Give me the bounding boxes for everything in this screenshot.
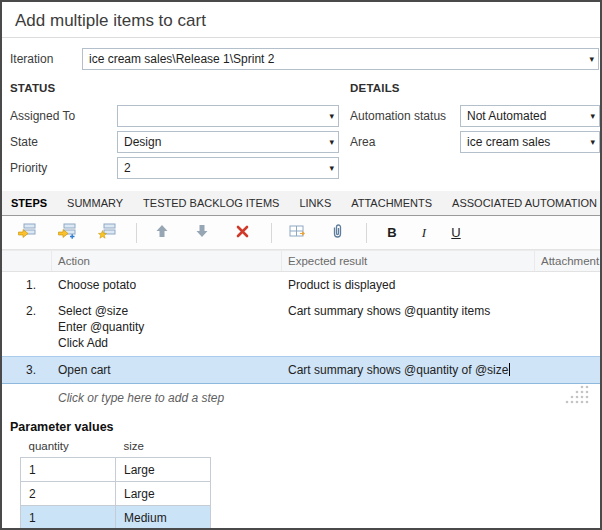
automation-status-row: Automation status Not Automated ▾ xyxy=(350,105,600,127)
attachment-column-header: Attachment xyxy=(535,251,600,271)
toolbar-separator xyxy=(136,223,137,243)
status-heading: STATUS xyxy=(10,82,340,96)
automation-status-combobox[interactable]: Not Automated ▾ xyxy=(460,105,600,127)
tab-links[interactable]: LINKS xyxy=(289,191,341,215)
steps-grid-header: Action Expected result Attachment xyxy=(2,250,600,272)
step-number[interactable]: 2. xyxy=(2,303,52,351)
move-down-icon xyxy=(195,224,209,242)
page-title: Add multiple items to cart xyxy=(2,2,600,38)
details-section: DETAILS Automation status Not Automated … xyxy=(350,80,600,183)
priority-label: Priority xyxy=(10,161,117,175)
step-attachment[interactable] xyxy=(535,362,600,378)
param-cell-quantity[interactable]: 1 xyxy=(21,506,116,530)
tab-tested-backlog-items[interactable]: TESTED BACKLOG ITEMS xyxy=(133,191,289,215)
param-cell-quantity[interactable]: 2 xyxy=(21,482,116,506)
text-caret xyxy=(509,363,510,376)
state-value: Design xyxy=(124,135,161,149)
details-heading: DETAILS xyxy=(350,82,600,96)
underline-button[interactable]: U xyxy=(443,221,469,245)
step-row[interactable]: 2. Select @size Enter @quantity Click Ad… xyxy=(2,298,600,356)
step-number[interactable]: 3. xyxy=(2,362,52,378)
area-combobox[interactable]: ice cream sales ▾ xyxy=(460,131,600,153)
parameter-header-row: quantity size xyxy=(21,438,211,458)
param-cell-size[interactable]: Large xyxy=(116,458,211,482)
assigned-to-combobox[interactable]: ▾ xyxy=(117,105,339,127)
area-value: ice cream sales xyxy=(467,135,550,149)
move-step-down-button[interactable] xyxy=(189,221,215,245)
italic-button[interactable]: I xyxy=(411,221,437,245)
add-step-hint[interactable]: Click or type here to add a step xyxy=(2,384,600,412)
parameter-values-heading: Parameter values xyxy=(10,420,600,434)
bold-button[interactable]: B xyxy=(379,221,405,245)
chevron-down-icon: ▾ xyxy=(329,112,334,121)
chevron-down-icon: ▾ xyxy=(589,55,594,64)
state-combobox[interactable]: Design ▾ xyxy=(117,131,339,153)
tab-associated-automation[interactable]: ASSOCIATED AUTOMATION xyxy=(442,191,602,215)
chevron-down-icon: ▾ xyxy=(329,138,334,147)
tab-attachments[interactable]: ATTACHMENTS xyxy=(341,191,442,215)
param-cell-quantity[interactable]: 1 xyxy=(21,458,116,482)
step-row[interactable]: 1. Choose potato Product is displayed xyxy=(2,272,600,298)
param-column-quantity: quantity xyxy=(21,438,116,458)
priority-combobox[interactable]: 2 ▾ xyxy=(117,157,339,179)
state-label: State xyxy=(10,135,117,149)
grid-resize-grip-icon[interactable] xyxy=(560,384,590,406)
parameter-values-section: Parameter values quantity size 1 Large 2… xyxy=(10,420,600,530)
insert-step-with-result-button[interactable] xyxy=(54,221,80,245)
insert-shared-steps-button[interactable] xyxy=(94,221,120,245)
parameter-row[interactable]: 2 Large xyxy=(21,482,211,506)
move-step-up-button[interactable] xyxy=(149,221,175,245)
add-attachment-button[interactable] xyxy=(324,221,350,245)
param-cell-size[interactable]: Large xyxy=(116,482,211,506)
step-number-column-header xyxy=(2,251,52,271)
step-expected[interactable]: Cart summary shows @quantity items xyxy=(282,303,535,351)
param-column-size: size xyxy=(116,438,211,458)
move-up-icon xyxy=(155,224,169,242)
param-cell-size[interactable]: Medium xyxy=(116,506,211,530)
insert-step-with-result-icon xyxy=(58,223,76,243)
status-details-form: STATUS Assigned To ▾ State Design ▾ Prio… xyxy=(10,80,600,183)
step-row-selected[interactable]: 3. Open cart Cart summary shows @quantit… xyxy=(2,356,600,384)
priority-value: 2 xyxy=(124,161,131,175)
iteration-combobox[interactable]: ice cream sales\Release 1\Sprint 2 ▾ xyxy=(82,48,599,70)
toolbar-separator xyxy=(366,223,367,243)
steps-grid: Action Expected result Attachment 1. Cho… xyxy=(2,250,600,412)
step-action[interactable]: Select @size Enter @quantity Click Add xyxy=(52,303,282,351)
parameter-row-selected[interactable]: 1 Medium xyxy=(21,506,211,530)
iteration-value: ice cream sales\Release 1\Sprint 2 xyxy=(89,52,274,66)
assigned-to-label: Assigned To xyxy=(10,109,117,123)
parameter-table: quantity size 1 Large 2 Large 1 Medium xyxy=(20,438,211,530)
priority-row: Priority 2 ▾ xyxy=(10,157,340,179)
chevron-down-icon: ▾ xyxy=(329,164,334,173)
tab-strip: STEPS SUMMARY TESTED BACKLOG ITEMS LINKS… xyxy=(2,191,600,216)
tab-summary[interactable]: SUMMARY xyxy=(57,191,133,215)
insert-step-icon xyxy=(18,223,36,243)
step-action[interactable]: Choose potato xyxy=(52,277,282,293)
insert-parameter-button[interactable] xyxy=(284,221,310,245)
step-number[interactable]: 1. xyxy=(2,277,52,293)
parameter-row[interactable]: 1 Large xyxy=(21,458,211,482)
expected-result-column-header: Expected result xyxy=(282,251,535,271)
paperclip-icon xyxy=(330,223,344,243)
delete-step-button[interactable] xyxy=(229,221,255,245)
step-expected-text: Cart summary shows @quantity of @size xyxy=(288,363,508,377)
chevron-down-icon: ▾ xyxy=(590,112,595,121)
automation-status-label: Automation status xyxy=(350,109,460,123)
step-attachment[interactable] xyxy=(535,303,600,351)
insert-step-button[interactable] xyxy=(14,221,40,245)
steps-toolbar: B I U xyxy=(2,216,600,250)
step-attachment[interactable] xyxy=(535,277,600,293)
area-row: Area ice cream sales ▾ xyxy=(350,131,600,153)
tab-steps[interactable]: STEPS xyxy=(8,191,57,215)
step-action[interactable]: Open cart xyxy=(52,362,282,378)
assigned-to-row: Assigned To ▾ xyxy=(10,105,340,127)
step-expected[interactable]: Product is displayed xyxy=(282,277,535,293)
iteration-field-row: Iteration ice cream sales\Release 1\Spri… xyxy=(10,48,599,70)
action-column-header: Action xyxy=(52,251,282,271)
iteration-label: Iteration xyxy=(10,52,82,66)
step-expected[interactable]: Cart summary shows @quantity of @size xyxy=(282,362,535,378)
area-label: Area xyxy=(350,135,460,149)
delete-icon xyxy=(236,224,249,242)
insert-shared-steps-icon xyxy=(98,223,116,243)
chevron-down-icon: ▾ xyxy=(590,138,595,147)
